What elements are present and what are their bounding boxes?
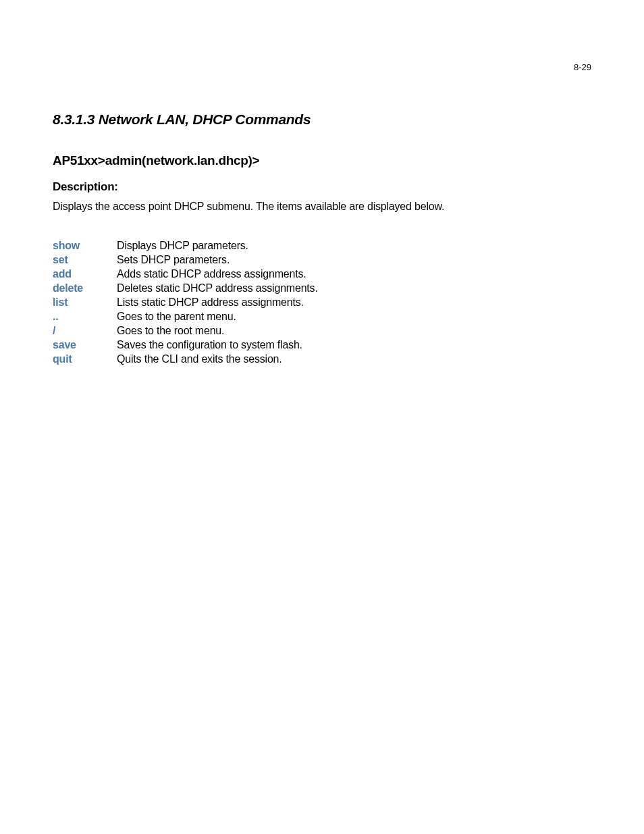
- command-desc: Quits the CLI and exits the session.: [117, 353, 318, 367]
- command-name: show: [53, 240, 117, 254]
- prompt-heading: AP51xx>admin(network.lan.dhcp)>: [53, 153, 591, 168]
- description-label: Description:: [53, 180, 591, 194]
- command-table: show Displays DHCP parameters. set Sets …: [53, 240, 318, 367]
- content-area: 8.3.1.3 Network LAN, DHCP Commands AP51x…: [53, 111, 591, 367]
- command-name: delete: [53, 282, 117, 296]
- command-row: add Adds static DHCP address assignments…: [53, 268, 318, 282]
- page-number: 8-29: [574, 62, 591, 72]
- section-heading: 8.3.1.3 Network LAN, DHCP Commands: [53, 111, 591, 128]
- command-name: ..: [53, 311, 117, 325]
- command-desc: Deletes static DHCP address assignments.: [117, 282, 318, 296]
- description-text: Displays the access point DHCP submenu. …: [53, 201, 591, 213]
- command-desc: Displays DHCP parameters.: [117, 240, 318, 254]
- command-desc: Sets DHCP parameters.: [117, 254, 318, 268]
- command-desc: Saves the configuration to system flash.: [117, 339, 318, 353]
- command-row: quit Quits the CLI and exits the session…: [53, 353, 318, 367]
- command-name: save: [53, 339, 117, 353]
- command-desc: Lists static DHCP address assignments.: [117, 296, 318, 311]
- command-name: /: [53, 325, 117, 339]
- command-name: add: [53, 268, 117, 282]
- command-row: delete Deletes static DHCP address assig…: [53, 282, 318, 296]
- command-row: save Saves the configuration to system f…: [53, 339, 318, 353]
- command-name: quit: [53, 353, 117, 367]
- command-desc: Goes to the root menu.: [117, 325, 318, 339]
- command-name: set: [53, 254, 117, 268]
- command-row: show Displays DHCP parameters.: [53, 240, 318, 254]
- command-row: list Lists static DHCP address assignmen…: [53, 296, 318, 311]
- command-row: .. Goes to the parent menu.: [53, 311, 318, 325]
- command-desc: Adds static DHCP address assignments.: [117, 268, 318, 282]
- command-row: / Goes to the root menu.: [53, 325, 318, 339]
- command-row: set Sets DHCP parameters.: [53, 254, 318, 268]
- command-desc: Goes to the parent menu.: [117, 311, 318, 325]
- command-name: list: [53, 296, 117, 311]
